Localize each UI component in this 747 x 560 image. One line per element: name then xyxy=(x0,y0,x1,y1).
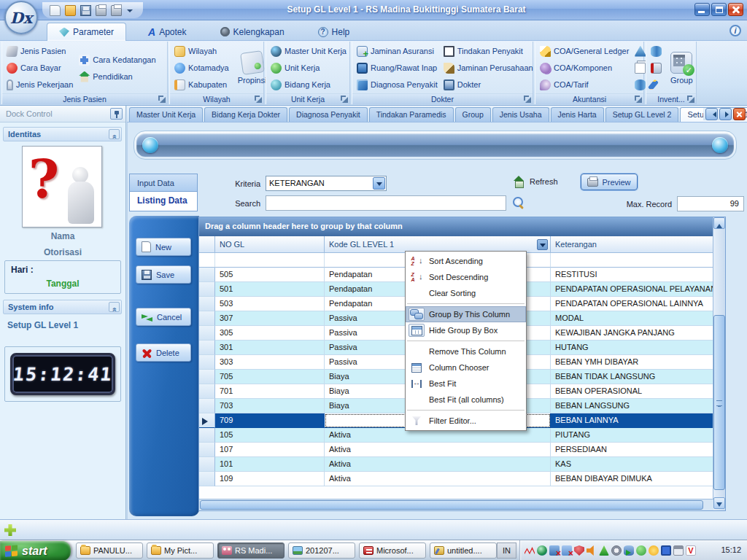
grid-cell[interactable]: 505 xyxy=(215,268,325,282)
print-icon[interactable] xyxy=(96,5,107,16)
new-icon[interactable] xyxy=(50,5,61,16)
ribbon-item-diagnosa-penyakit[interactable]: Diagnosa Penyakit xyxy=(357,78,438,91)
network-error-icon[interactable] xyxy=(562,545,572,556)
doc-tab-tindakan-paramedis[interactable]: Tindakan Paramedis xyxy=(369,107,454,122)
dialog-launcher-icon[interactable] xyxy=(158,96,166,103)
dialog-launcher-icon[interactable] xyxy=(524,96,531,103)
menu-item-best-fit[interactable]: Best Fit xyxy=(406,376,526,392)
search-icon[interactable] xyxy=(512,196,525,209)
collapse-chevron-icon[interactable] xyxy=(109,129,120,139)
grid-cell[interactable]: Aktiva xyxy=(325,443,551,457)
grid-cell[interactable]: BEBAN LANGSUNG xyxy=(551,399,713,413)
identitas-group-header[interactable]: Identitas xyxy=(3,127,122,141)
ribbon-item-coa-tarif[interactable]: COA/Tarif xyxy=(540,78,629,91)
task-button-untitled[interactable]: untitled.... xyxy=(430,542,497,559)
more-chevron-icon[interactable] xyxy=(126,5,133,16)
grid-cell[interactable]: BEBAN DIBAYAR DIMUKA xyxy=(551,472,713,486)
horizontal-scrollbar[interactable] xyxy=(199,499,713,510)
grid-cell[interactable]: 503 xyxy=(215,297,325,311)
ribbon-item-kotamadya[interactable]: Kotamadya xyxy=(174,61,229,74)
doc-tab-master-unit-kerja[interactable]: Master Unit Kerja xyxy=(129,107,203,122)
scroll-up-icon[interactable] xyxy=(713,217,725,229)
ribbon-tab-kelengkapan[interactable]: Kelengkapan xyxy=(209,23,296,41)
grid-cell[interactable]: 303 xyxy=(215,355,325,370)
minimize-button[interactable] xyxy=(694,3,710,16)
kriteria-combobox[interactable]: KETERANGAN xyxy=(266,176,387,191)
database-icon[interactable] xyxy=(624,545,634,556)
dock-control-header[interactable]: Dock Control xyxy=(0,106,125,122)
scrollbar-thumb[interactable] xyxy=(200,500,703,510)
update-icon[interactable] xyxy=(636,545,646,556)
menu-item-sort-descending[interactable]: Sort Descending xyxy=(406,269,526,285)
refresh-button[interactable]: Refresh xyxy=(513,176,558,187)
ribbon-item-cone[interactable] xyxy=(635,44,646,58)
grid-cell[interactable]: 305 xyxy=(215,326,325,341)
ribbon-item-jaminan-perusahaan[interactable]: Jaminan Perusahaan xyxy=(444,61,533,74)
save-icon[interactable] xyxy=(80,5,91,16)
grid-cell[interactable]: 701 xyxy=(215,384,325,399)
pulse-icon[interactable] xyxy=(525,545,535,556)
menu-item-best-fit-all-columns[interactable]: Best Fit (all columns) xyxy=(406,392,526,408)
dialog-launcher-icon[interactable] xyxy=(635,96,642,103)
ribbon-item-coa-komponen[interactable]: COA/Komponen xyxy=(540,61,629,74)
ribbon-item-ruang-rawat-inap[interactable]: Ruang/Rawat Inap xyxy=(357,61,438,74)
grid-cell[interactable]: BEBAN YMH DIBAYAR xyxy=(551,355,713,370)
menu-item-filter-editor[interactable]: Filter Editor... xyxy=(406,413,526,429)
tab-input-data[interactable]: Input Data xyxy=(129,174,198,192)
speaker-icon[interactable] xyxy=(587,545,597,556)
cancel-button[interactable]: Cancel xyxy=(136,308,191,326)
language-indicator[interactable]: IN xyxy=(497,542,516,559)
ribbon-tab-parameter[interactable]: Parameter xyxy=(47,23,126,41)
pin-icon[interactable] xyxy=(110,108,123,120)
ribbon-item-bidang-kerja[interactable]: Bidang Kerja xyxy=(271,78,347,91)
menu-item-clear-sorting[interactable]: Clear Sorting xyxy=(406,285,526,301)
chevron-down-icon[interactable] xyxy=(373,177,385,190)
ribbon-item-master-unit-kerja[interactable]: Master Unit Kerja xyxy=(271,44,347,58)
display-icon[interactable] xyxy=(661,545,671,556)
grid-cell[interactable]: 703 xyxy=(215,399,325,413)
history-icon[interactable] xyxy=(611,545,622,556)
ribbon-item-pendidikan[interactable]: Pendidikan xyxy=(79,70,155,83)
filter-cell[interactable] xyxy=(215,253,325,268)
close-tab-button[interactable] xyxy=(733,108,746,120)
grid-cell[interactable]: BEBAN OPERASIONAL xyxy=(551,384,713,399)
ribbon-item-unit-kerja[interactable]: Unit Kerja xyxy=(271,61,347,74)
ribbon-item-cara-bayar[interactable]: Cara Bayar xyxy=(7,61,73,74)
dialog-launcher-icon[interactable] xyxy=(255,96,262,103)
ribbon-item-propinsi[interactable]: Propinsi xyxy=(235,44,270,92)
grid-cell[interactable]: 705 xyxy=(215,370,325,384)
grid-cell[interactable]: 101 xyxy=(215,457,325,472)
ribbon-tab-apotek[interactable]: Apotek xyxy=(136,23,198,41)
grid-cell[interactable]: RESTITUSI xyxy=(551,268,713,282)
task-button-201207[interactable]: 201207... xyxy=(288,542,355,559)
grid-cell[interactable]: PERSEDIAAN xyxy=(551,443,713,457)
restore-button[interactable] xyxy=(711,3,727,16)
task-button-microsof[interactable]: Microsof... xyxy=(359,542,426,559)
table-row[interactable]: 101AktivaKAS xyxy=(199,457,713,472)
grid-cell[interactable]: 301 xyxy=(215,341,325,355)
grid-cell[interactable]: KAS xyxy=(551,457,713,472)
ribbon-item-copy[interactable] xyxy=(635,61,646,74)
grid-cell[interactable]: 501 xyxy=(215,282,325,297)
app-logo[interactable]: Dx xyxy=(4,1,38,34)
menu-item-sort-ascending[interactable]: Sort Ascending xyxy=(406,253,526,269)
filter-cell[interactable] xyxy=(551,253,713,268)
doc-tab-jenis-harta[interactable]: Jenis Harta xyxy=(551,107,604,122)
ribbon-item-cylinder[interactable] xyxy=(635,78,646,91)
system-info-group-header[interactable]: System info xyxy=(3,300,122,314)
table-row[interactable]: 109AktivaBEBAN DIBAYAR DIMUKA xyxy=(199,472,713,486)
ribbon-item-cylinder[interactable] xyxy=(651,44,662,58)
grid-cell[interactable]: PIUTANG xyxy=(551,428,713,443)
grid-cell[interactable]: 107 xyxy=(215,443,325,457)
globe-icon[interactable] xyxy=(537,545,547,556)
ribbon-item-tindakan-penyakit[interactable]: Tindakan Penyakit xyxy=(444,44,533,58)
open-icon[interactable] xyxy=(65,5,76,16)
doc-tab-setup-gl-level-2[interactable]: Setup GL Level 2 xyxy=(605,107,679,122)
window-icon[interactable] xyxy=(673,545,684,556)
antivirus-v-icon[interactable] xyxy=(686,545,696,556)
close-button[interactable] xyxy=(728,3,743,16)
column-header-no-gl[interactable]: NO GL xyxy=(215,236,325,253)
scroll-tabs-right-button[interactable] xyxy=(719,108,732,120)
new-button[interactable]: New xyxy=(136,238,191,256)
grid-cell[interactable]: Aktiva xyxy=(325,457,551,472)
